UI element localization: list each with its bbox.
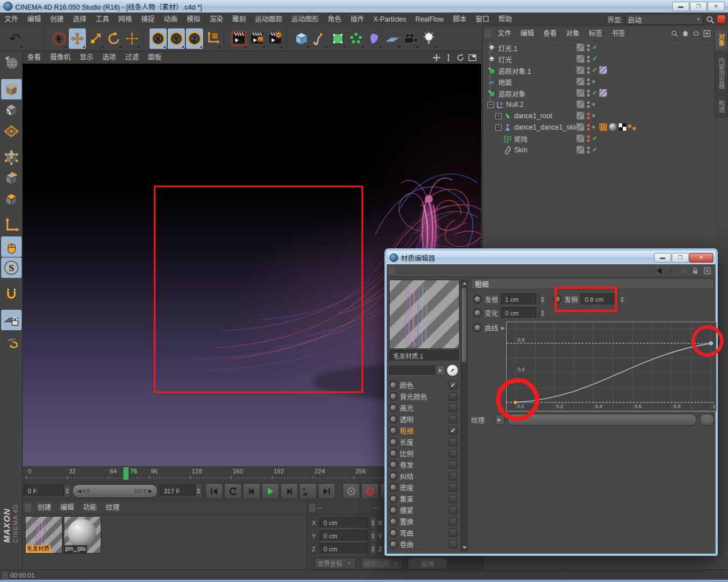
- back-icon[interactable]: [656, 267, 663, 275]
- hair-tag[interactable]: [599, 123, 607, 131]
- new-window-icon[interactable]: [704, 267, 711, 275]
- visibility-toggle-icon[interactable]: [576, 55, 585, 63]
- channel-checkbox[interactable]: [449, 404, 457, 412]
- play-button[interactable]: [262, 483, 279, 500]
- channel-label[interactable]: 透明: [400, 414, 413, 424]
- coord-value-field[interactable]: 0 cm: [320, 517, 367, 529]
- enabled-neutral-dot[interactable]: [592, 80, 595, 83]
- object-row[interactable]: Skin✓: [483, 144, 715, 156]
- channel-checkbox[interactable]: [449, 529, 457, 537]
- channel-label[interactable]: 卷发: [400, 460, 413, 469]
- move2-tool-button[interactable]: [123, 28, 140, 49]
- curve-point-end[interactable]: [709, 342, 713, 346]
- sidebar-wp-lock-button[interactable]: [1, 310, 22, 330]
- coord-value-field[interactable]: 0 cm: [320, 543, 367, 555]
- mm-menu-item-3[interactable]: 纹理: [101, 501, 124, 514]
- render-settings-tool-button[interactable]: [267, 28, 284, 49]
- channel-row[interactable]: 长度. . .: [389, 436, 457, 447]
- channel-radio-icon[interactable]: [389, 381, 398, 389]
- variation-value-field[interactable]: 0 cm: [501, 307, 536, 319]
- shader-expand-button[interactable]: ▶: [436, 365, 445, 376]
- channel-row[interactable]: 背光颜色. . .: [389, 390, 457, 402]
- visibility-dots[interactable]: [587, 113, 590, 119]
- menu-item-0[interactable]: 文件: [0, 13, 23, 26]
- mm-menu-item-2[interactable]: 功能: [78, 501, 101, 514]
- dialog-maximize-button[interactable]: ❐: [672, 253, 689, 263]
- channel-radio-icon[interactable]: [389, 449, 398, 458]
- enabled-check-icon[interactable]: ✓: [592, 135, 599, 142]
- viewport-menu-item-3[interactable]: 选项: [98, 51, 121, 64]
- range-left-arrow[interactable]: ◀ 0 F: [77, 488, 90, 494]
- rotate-tool-button[interactable]: [105, 28, 122, 49]
- sidebar-magnet-button[interactable]: [1, 284, 22, 304]
- enabled-check-icon[interactable]: ✓: [592, 55, 599, 63]
- frame-end-spinner[interactable]: [195, 485, 201, 497]
- texture-browse-button[interactable]: ...: [700, 414, 714, 426]
- coord-value-field[interactable]: 0 cm: [320, 530, 367, 542]
- menu-item-7[interactable]: 动画: [159, 13, 182, 26]
- texture-expand-button[interactable]: ▶: [495, 414, 504, 425]
- undo-tool-button[interactable]: ↶: [6, 28, 23, 49]
- animate-dot-icon[interactable]: [473, 323, 482, 332]
- visibility-toggle-icon[interactable]: [576, 100, 585, 109]
- viewport-menu-item-5[interactable]: 面板: [143, 51, 166, 64]
- forward-icon[interactable]: [668, 267, 675, 275]
- channel-label[interactable]: 纠结: [400, 471, 413, 481]
- visibility-dots[interactable]: [587, 101, 590, 108]
- channel-row[interactable]: 卷曲. . .: [389, 538, 457, 550]
- menu-item-5[interactable]: 网格: [114, 13, 136, 26]
- skip-start-button[interactable]: [205, 483, 223, 500]
- menu-item-17[interactable]: 脚本: [448, 13, 471, 26]
- expander-plus-icon[interactable]: +: [495, 113, 502, 119]
- object-row[interactable]: 矩阵✓: [483, 133, 715, 144]
- array-tool-button[interactable]: [348, 28, 365, 49]
- current-frame-marker[interactable]: [123, 467, 129, 480]
- live-select-tool-button[interactable]: [51, 28, 68, 49]
- render-picture-tool-button[interactable]: [249, 28, 266, 49]
- animate-dot-icon[interactable]: [473, 295, 482, 304]
- skip-end-button[interactable]: [318, 483, 336, 500]
- menu-item-8[interactable]: 模拟: [182, 13, 205, 26]
- channel-label[interactable]: 比例: [400, 448, 413, 458]
- dialog-minimize-button[interactable]: ▬: [654, 253, 671, 263]
- root-spinner[interactable]: [539, 293, 545, 305]
- loop-button[interactable]: [299, 483, 317, 500]
- material-tag[interactable]: [609, 123, 617, 131]
- minimize-button[interactable]: ▬: [672, 2, 689, 11]
- channel-checkbox[interactable]: [449, 517, 457, 526]
- channel-checkbox[interactable]: [449, 506, 457, 514]
- menu-item-14[interactable]: 插件: [346, 13, 369, 26]
- menu-item-11[interactable]: 运动跟踪: [250, 13, 287, 26]
- channel-radio-icon[interactable]: [389, 506, 398, 514]
- frame-start-spinner[interactable]: [64, 485, 70, 497]
- sidebar-wp-rotate-button[interactable]: [1, 331, 22, 351]
- channel-radio-icon[interactable]: [389, 472, 398, 480]
- channel-label[interactable]: 集束: [400, 494, 413, 504]
- channel-radio-icon[interactable]: [389, 426, 398, 435]
- channel-label[interactable]: 绷紧: [400, 505, 413, 515]
- channel-row[interactable]: 粗细. . .✓: [389, 425, 457, 436]
- coord-spinner[interactable]: [370, 517, 376, 529]
- next-frame-button[interactable]: [280, 483, 298, 500]
- visibility-dots[interactable]: [587, 124, 590, 131]
- render-view-tool-button[interactable]: [230, 28, 247, 49]
- channel-row[interactable]: 置换. . .: [389, 516, 457, 527]
- curve-expand-icon[interactable]: ▶: [501, 325, 505, 331]
- channel-row[interactable]: 弯曲. . .: [389, 527, 457, 538]
- restore-button[interactable]: ❐: [690, 2, 707, 11]
- sidebar-snap-button[interactable]: S: [1, 257, 22, 278]
- enabled-neutral-dot[interactable]: [592, 103, 595, 106]
- range-right-arrow[interactable]: 317 F ▶: [134, 488, 152, 494]
- channel-radio-icon[interactable]: [389, 529, 398, 537]
- channel-label[interactable]: 密度: [400, 483, 413, 492]
- channel-checkbox[interactable]: [449, 472, 457, 480]
- om-menu-item-4[interactable]: 标签: [584, 27, 607, 40]
- channel-radio-icon[interactable]: [389, 404, 398, 412]
- channel-label[interactable]: 背光颜色: [400, 392, 427, 401]
- visibility-dots[interactable]: [587, 78, 590, 85]
- play-back-button[interactable]: [224, 483, 242, 500]
- menu-item-10[interactable]: 雕刻: [228, 13, 250, 26]
- enabled-check-icon[interactable]: ✓: [592, 44, 599, 51]
- viewport-toggle-icon[interactable]: [468, 53, 477, 62]
- sidebar-workplane-button[interactable]: [1, 121, 22, 142]
